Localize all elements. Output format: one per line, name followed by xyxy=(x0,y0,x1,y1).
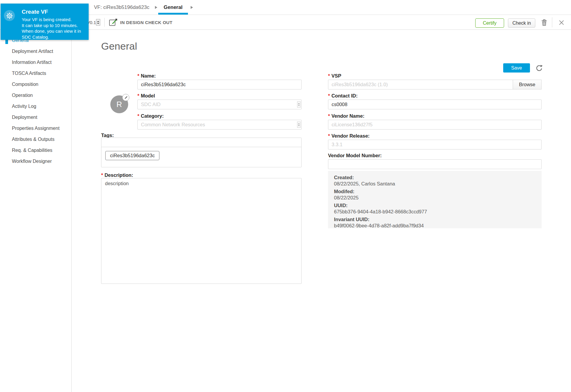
required-marker: * xyxy=(137,73,139,78)
required-marker: * xyxy=(101,172,103,178)
tag-chip[interactable]: ciRes3b5196da623c xyxy=(105,151,159,160)
gear-icon xyxy=(4,10,15,21)
avatar-edit-pencil-icon[interactable] xyxy=(122,94,129,101)
certify-button[interactable]: Certify xyxy=(475,18,504,28)
vendor-name-label: *Vendor Name: xyxy=(328,113,364,119)
toast-line: SDC Catalog. xyxy=(22,34,81,40)
model-select xyxy=(137,100,302,109)
sidebar: General Deployment Artifact Information … xyxy=(0,30,72,392)
tags-box: ciRes3b5196da623c xyxy=(101,138,302,167)
sidebar-item-operation[interactable]: Operation xyxy=(0,90,71,101)
description-label: *Description: xyxy=(101,172,133,178)
version-spinner[interactable] xyxy=(96,19,100,26)
save-button[interactable]: Save xyxy=(503,63,530,73)
sidebar-item-workflow-designer[interactable]: Workflow Designer xyxy=(0,156,71,167)
close-icon[interactable] xyxy=(558,19,565,26)
vendor-release-input xyxy=(328,140,542,149)
sidebar-item-properties-assignment[interactable]: Properties Assignment xyxy=(0,123,71,134)
vsp-input xyxy=(328,80,542,89)
sidebar-item-composition[interactable]: Composition xyxy=(0,79,71,90)
vendor-release-label: *Vendor Release: xyxy=(328,133,370,139)
check-in-button[interactable]: Check in xyxy=(508,18,535,28)
sidebar-item-deployment[interactable]: Deployment xyxy=(0,112,71,123)
toast-body: Your VF is being created. It can take up… xyxy=(22,17,81,40)
toast-title: Create VF xyxy=(22,9,48,15)
sidebar-item-req-capabilities[interactable]: Req. & Capabilities xyxy=(0,145,71,156)
uuid-label: UUID: xyxy=(334,202,536,209)
uuid-value: 675bb376-9404-4a18-b942-8668c3ccd977 xyxy=(334,209,536,215)
vendor-name-input xyxy=(328,120,542,130)
required-marker: * xyxy=(328,93,330,98)
page-title: General xyxy=(101,40,137,52)
sdc-general-page: VF: ciRes3b5196da623c General V0.1 IN DE… xyxy=(0,0,571,392)
avatar: R xyxy=(110,95,128,113)
toast-line: Your VF is being created. xyxy=(22,17,81,23)
created-label: Created: xyxy=(334,174,536,181)
vsp-label: *VSP xyxy=(328,73,341,79)
tab-active-underline xyxy=(158,13,188,15)
created-value: 08/22/2025, Carlos Santana xyxy=(334,181,536,187)
vendor-model-number-label: Vendor Model Number: xyxy=(328,153,382,158)
browse-button[interactable]: Browse xyxy=(513,80,542,89)
model-select-spinner xyxy=(297,101,301,108)
modified-value: 08/22/2025 xyxy=(334,195,536,201)
required-marker: * xyxy=(328,113,330,119)
modified-label: Modifed: xyxy=(334,188,536,195)
create-vf-toast: Create VF Your VF is being created. It c… xyxy=(1,4,89,40)
delete-trash-icon[interactable] xyxy=(540,19,548,26)
sidebar-item-information-artifact[interactable]: Information Artifact xyxy=(0,57,71,68)
required-marker: * xyxy=(328,133,330,138)
sidebar-item-activity-log[interactable]: Activity Log xyxy=(0,101,71,112)
name-label: *Name: xyxy=(137,73,156,79)
invariant-uuid-label: Invariant UUID: xyxy=(334,216,536,223)
contact-id-label: *Contact ID: xyxy=(328,93,357,99)
refresh-icon[interactable] xyxy=(535,64,543,72)
breadcrumb-arrow-icon xyxy=(191,6,193,9)
meta-panel: Created: 08/22/2025, Carlos Santana Modi… xyxy=(328,171,542,228)
toolbar-divider xyxy=(104,18,105,27)
category-label: *Category: xyxy=(137,113,164,119)
breadcrumb-arrow-icon xyxy=(155,6,157,9)
model-label: *Model xyxy=(137,93,155,99)
category-select-spinner xyxy=(297,122,301,128)
toast-line: When done, you can view it in xyxy=(22,28,81,34)
lifecycle-status-label: IN DESIGN CHECK OUT xyxy=(120,15,172,30)
toast-line: It can take up to 10 minutes. xyxy=(22,23,81,29)
tags-input[interactable] xyxy=(101,138,301,147)
required-marker: * xyxy=(137,113,139,119)
category-select xyxy=(137,120,302,130)
avatar-initial: R xyxy=(117,100,122,109)
description-textarea[interactable] xyxy=(101,178,302,284)
contact-id-input[interactable] xyxy=(328,100,542,109)
required-marker: * xyxy=(328,73,330,78)
sidebar-item-tosca-artifacts[interactable]: TOSCA Artifacts xyxy=(0,68,71,79)
invariant-uuid-value: b49f0062-9bee-4d78-a82f-add9ba7f9d34 xyxy=(334,223,536,229)
checkout-pencil-icon xyxy=(109,18,118,28)
breadcrumb-vf[interactable]: VF: ciRes3b5196da623c xyxy=(94,0,149,15)
sidebar-item-attributes-outputs[interactable]: Attributes & Outputs xyxy=(0,134,71,145)
name-input[interactable] xyxy=(137,80,302,89)
required-marker: * xyxy=(137,93,139,98)
toolbar-divider xyxy=(552,17,552,27)
sidebar-item-deployment-artifact[interactable]: Deployment Artifact xyxy=(0,46,71,57)
vendor-model-number-input[interactable] xyxy=(328,159,542,169)
